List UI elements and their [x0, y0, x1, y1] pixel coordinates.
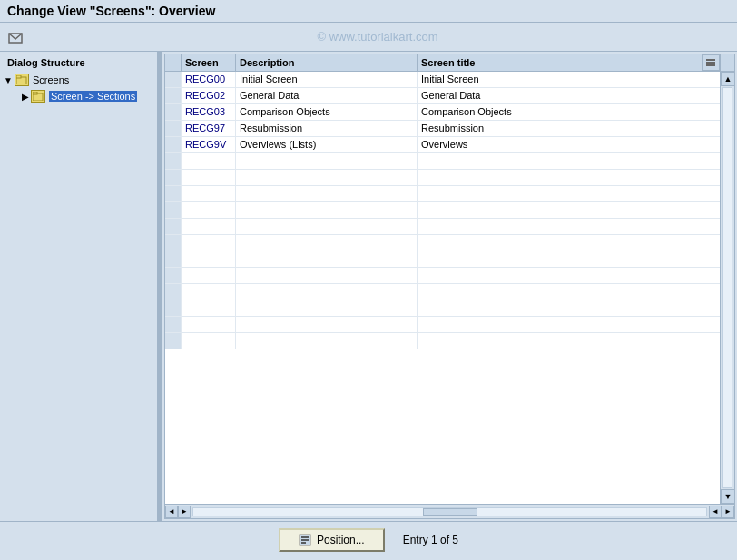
row-indicator — [165, 219, 182, 234]
scroll-up-button[interactable]: ▲ — [721, 72, 734, 86]
row-description: General Data — [236, 88, 418, 103]
table-row[interactable]: RECG97 Resubmission Resubmission — [165, 121, 720, 137]
row-indicator — [165, 333, 182, 349]
table-row[interactable] — [165, 284, 720, 300]
table-row[interactable] — [165, 170, 720, 186]
scroll-left-button[interactable]: ◄ — [165, 506, 178, 518]
sections-folder-icon — [31, 90, 45, 103]
row-description — [236, 170, 418, 185]
row-screen — [182, 235, 236, 251]
row-description — [236, 300, 418, 316]
row-screen — [182, 333, 236, 349]
row-description — [236, 202, 418, 218]
table-row[interactable]: RECG9V Overviews (Lists) Overviews — [165, 137, 720, 153]
table-row[interactable] — [165, 300, 720, 317]
col-indicator-header — [165, 54, 182, 71]
table-row[interactable] — [165, 153, 720, 170]
row-description — [236, 333, 418, 349]
col-screen-header: Screen — [182, 54, 236, 71]
row-title — [418, 153, 720, 169]
row-screen: RECG02 — [182, 88, 236, 103]
tree-arrow-screens: ▼ — [4, 75, 13, 85]
row-title: Overviews — [418, 137, 720, 152]
horiz-scroll-track[interactable] — [192, 507, 707, 516]
row-indicator — [165, 235, 182, 251]
scroll-track[interactable] — [722, 87, 732, 488]
title-text: Change View "Screens": Overview — [7, 4, 215, 18]
row-title: General Data — [418, 88, 720, 103]
content-area: Screen Description Screen title RECG — [164, 54, 735, 519]
row-indicator — [165, 170, 182, 185]
col-title-header[interactable]: Screen title — [418, 54, 702, 71]
horiz-scroll-thumb[interactable] — [423, 508, 477, 516]
row-screen — [182, 202, 236, 218]
table-row[interactable]: RECG02 General Data General Data — [165, 88, 720, 104]
table-row[interactable] — [165, 202, 720, 219]
horizontal-scrollbar[interactable]: ◄ ► ◄ ► — [165, 504, 734, 518]
screens-folder-icon — [15, 74, 29, 86]
row-title — [418, 300, 720, 316]
row-description — [236, 251, 418, 267]
table-body-container: RECG00 Initial Screen Initial Screen REC… — [165, 72, 734, 504]
row-screen — [182, 251, 236, 267]
table-row[interactable] — [165, 219, 720, 235]
table-row[interactable] — [165, 268, 720, 284]
row-screen: RECG9V — [182, 137, 236, 152]
position-label: Position... — [317, 534, 365, 546]
svg-rect-6 — [706, 62, 715, 64]
row-screen: RECG00 — [182, 72, 236, 87]
row-description — [236, 153, 418, 169]
toolbar: © www.tutorialkart.com — [0, 23, 737, 52]
row-description: Initial Screen — [236, 72, 418, 87]
row-indicator — [165, 137, 182, 152]
tree-item-screens[interactable]: ▼ Screens — [0, 72, 157, 88]
row-description: Overviews (Lists) — [236, 137, 418, 152]
table-row[interactable]: RECG00 Initial Screen Initial Screen — [165, 72, 720, 88]
scroll-right-button[interactable]: ◄ — [709, 506, 722, 518]
row-screen — [182, 300, 236, 316]
scroll-left-button2[interactable]: ► — [178, 506, 191, 518]
table-row[interactable] — [165, 333, 720, 349]
col-description-header[interactable]: Description — [236, 54, 418, 71]
row-screen — [182, 268, 236, 283]
entry-info: Entry 1 of 5 — [403, 534, 458, 546]
row-title — [418, 251, 720, 267]
panel-divider[interactable] — [159, 52, 162, 521]
dialog-structure-panel: Dialog Structure ▼ Screens ▶ Screen -> S… — [0, 52, 159, 521]
tree-item-sections[interactable]: ▶ Screen -> Sections — [0, 88, 157, 104]
row-screen — [182, 186, 236, 201]
table-row[interactable] — [165, 235, 720, 251]
table-row[interactable] — [165, 186, 720, 202]
row-screen — [182, 170, 236, 185]
row-indicator — [165, 268, 182, 283]
main-container: Dialog Structure ▼ Screens ▶ Screen -> S… — [0, 52, 737, 521]
scroll-spacer — [720, 54, 734, 71]
scroll-right-button2[interactable]: ► — [722, 506, 734, 518]
row-screen — [182, 284, 236, 300]
position-icon — [299, 534, 311, 546]
row-title — [418, 268, 720, 283]
scroll-down-button[interactable]: ▼ — [721, 489, 734, 504]
row-indicator — [165, 72, 182, 87]
row-title — [418, 186, 720, 201]
row-indicator — [165, 202, 182, 218]
table-body[interactable]: RECG00 Initial Screen Initial Screen REC… — [165, 72, 720, 504]
row-title — [418, 235, 720, 251]
position-button[interactable]: Position... — [279, 528, 385, 552]
table-row[interactable] — [165, 317, 720, 333]
table-row[interactable]: RECG03 Comparison Objects Comparison Obj… — [165, 104, 720, 121]
table-container: Screen Description Screen title RECG — [165, 54, 734, 518]
table-row[interactable] — [165, 251, 720, 268]
row-title — [418, 202, 720, 218]
row-title: Initial Screen — [418, 72, 720, 87]
column-settings-button[interactable] — [702, 54, 720, 71]
row-title: Resubmission — [418, 121, 720, 136]
row-indicator — [165, 121, 182, 136]
toolbar-action-icon[interactable] — [7, 28, 25, 46]
vertical-scrollbar[interactable]: ▲ ▼ — [720, 72, 734, 504]
row-screen — [182, 219, 236, 234]
row-title — [418, 219, 720, 234]
row-screen: RECG03 — [182, 104, 236, 120]
row-title: Comparison Objects — [418, 104, 720, 120]
row-title — [418, 284, 720, 300]
